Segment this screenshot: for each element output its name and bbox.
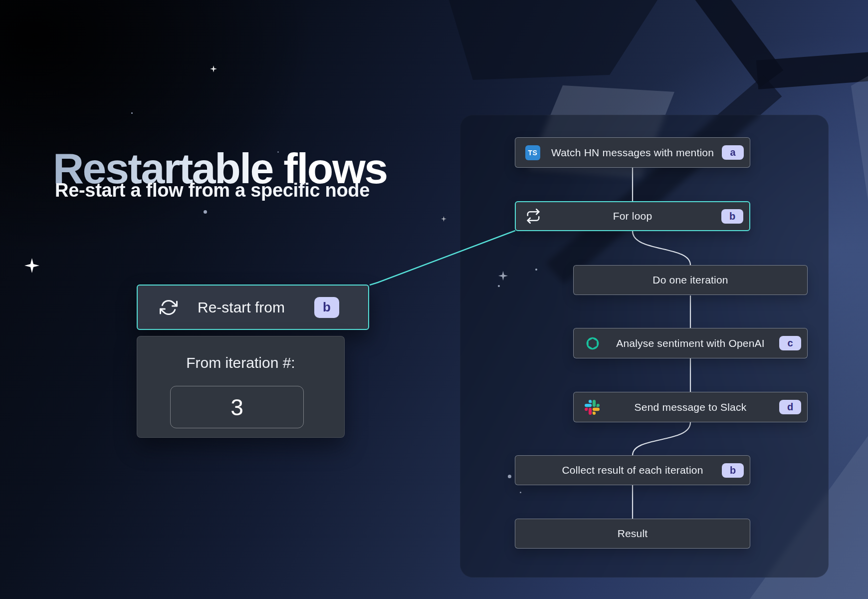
node-do-one-iteration[interactable]: Do one iteration — [573, 265, 808, 295]
node-analyse-sentiment[interactable]: Analyse sentiment with OpenAI c — [573, 328, 808, 358]
openai-icon — [585, 335, 601, 351]
node-badge: b — [722, 463, 744, 478]
node-badge: b — [721, 209, 743, 224]
node-label: Do one iteration — [652, 274, 728, 286]
restart-from-card[interactable]: Re-start from b — [137, 285, 369, 330]
node-badge: c — [779, 336, 801, 350]
restart-icon — [160, 299, 178, 316]
node-label: Send message to Slack — [635, 401, 747, 413]
node-send-slack[interactable]: Send message to Slack d — [573, 392, 808, 422]
node-badge: a — [722, 145, 744, 160]
node-label: For loop — [613, 210, 652, 222]
from-iteration-label: From iteration #: — [137, 354, 344, 371]
restart-label: Re-start from — [198, 299, 285, 316]
node-label: Analyse sentiment with OpenAI — [616, 337, 765, 349]
node-for-loop[interactable]: For loop b — [515, 201, 750, 231]
restart-badge: b — [314, 297, 339, 318]
node-watch-hn[interactable]: TS Watch HN messages with mention a — [515, 137, 750, 168]
loop-icon — [526, 209, 541, 224]
node-collect-result[interactable]: Collect result of each iteration b — [515, 455, 750, 485]
page-subtitle: Re-start a flow from a specific node — [55, 180, 370, 201]
node-badge: d — [779, 400, 801, 414]
node-label: Collect result of each iteration — [562, 464, 703, 476]
node-result[interactable]: Result — [515, 519, 750, 549]
node-label: Result — [618, 528, 648, 540]
node-label: Watch HN messages with mention — [551, 147, 714, 159]
typescript-icon: TS — [525, 145, 540, 160]
slack-icon — [585, 400, 600, 415]
hero-graphic: Restartable flows Re-start a flow from a… — [0, 0, 868, 599]
from-iteration-card: From iteration #: — [137, 336, 345, 438]
iteration-input[interactable] — [170, 386, 304, 428]
